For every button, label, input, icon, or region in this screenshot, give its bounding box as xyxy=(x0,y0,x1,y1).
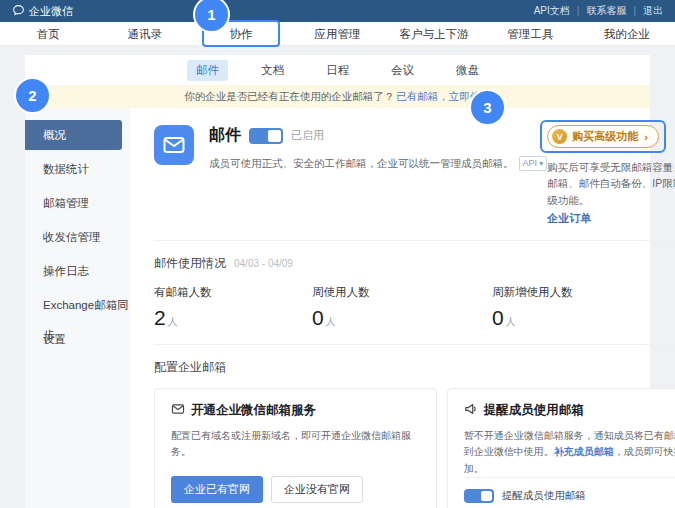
stat-label: 有邮箱人数 xyxy=(154,285,312,300)
contact-support-link[interactable]: 联系客服 xyxy=(586,4,643,18)
card-title-text: 开通企业微信邮箱服务 xyxy=(191,402,316,419)
app-logo: 企业微信 xyxy=(12,4,73,19)
sidebar-item-operation-log[interactable]: 操作日志 xyxy=(25,256,130,286)
sidebar-item-statistics[interactable]: 数据统计 xyxy=(25,154,130,184)
nav-item-collaboration-label: 协作 xyxy=(230,28,253,40)
notice-text: 你的企业是否已经有正在使用的企业邮箱了？ xyxy=(184,90,394,104)
card-body-text: 配置已有域名或注册新域名，即可开通企业微信邮箱服务。 xyxy=(171,428,420,461)
premium-column: V 购买高级功能 购买后可享受无限邮箱容量、更多业务邮箱、邮件自动备份、IP限制… xyxy=(547,120,675,226)
tab-meeting[interactable]: 会议 xyxy=(382,60,423,81)
stat-weekly-users: 周使用人数 0人 xyxy=(312,285,492,330)
nav-item-admin-tools[interactable]: 管理工具 xyxy=(482,22,578,46)
chat-bubble-icon xyxy=(12,4,25,19)
annotation-highlight-box-premium: V 购买高级功能 xyxy=(540,120,666,153)
existing-mailbox-notice: 你的企业是否已经有正在使用的企业邮箱了？ 已有邮箱，立即使用 xyxy=(25,85,650,108)
stat-unit: 人 xyxy=(168,316,178,327)
usage-period: 04/03 - 04/09 xyxy=(234,258,293,269)
mail-enabled-toggle[interactable] xyxy=(249,128,283,144)
card-open-mailbox-service: 开通企业微信邮箱服务 配置已有域名或注册新域名，即可开通企业微信邮箱服务。 企业… xyxy=(154,388,437,508)
tab-docs[interactable]: 文档 xyxy=(252,60,293,81)
divider xyxy=(154,240,675,241)
topbar-links: API文档 联系客服 退出 xyxy=(534,4,663,18)
card-title-text: 提醒成员使用邮箱 xyxy=(484,402,584,419)
nav-item-my-company[interactable]: 我的企业 xyxy=(579,22,675,46)
megaphone-icon xyxy=(464,402,478,419)
sidebar-item-settings[interactable]: 设置 xyxy=(25,324,130,354)
remind-toggle-label: 提醒成员使用邮箱 xyxy=(502,489,586,503)
supplement-member-mailbox-link[interactable]: 补充成员邮箱 xyxy=(554,446,614,457)
mail-header: 邮件 已启用 成员可使用正式、安全的工作邮箱，企业可以统一管理成员邮箱。 API… xyxy=(154,125,675,226)
annotation-step-2: 2 xyxy=(14,77,51,114)
sidebar-item-exchange-sync[interactable]: Exchange邮箱同步 xyxy=(25,290,130,320)
tab-drive[interactable]: 微盘 xyxy=(447,60,488,81)
envelope-icon xyxy=(171,402,185,419)
stat-unit: 人 xyxy=(326,316,336,327)
nav-item-contacts[interactable]: 通讯录 xyxy=(96,22,192,46)
sidebar-item-mailbox-management[interactable]: 邮箱管理 xyxy=(25,188,130,218)
page-title: 邮件 xyxy=(209,125,241,146)
buy-premium-label: 购买高级功能 xyxy=(572,129,638,144)
body-row: 概况 数据统计 邮箱管理 收发信管理 操作日志 Exchange邮箱同步 设置 … xyxy=(25,108,650,508)
config-section-title: 配置企业邮箱 xyxy=(154,359,675,376)
annotation-step-3: 3 xyxy=(469,89,506,126)
logout-link[interactable]: 退出 xyxy=(643,4,663,18)
stat-weekly-new-users: 周新增使用人数 0人 xyxy=(492,285,650,330)
sidebar-item-send-receive[interactable]: 收发信管理 xyxy=(25,222,130,252)
remind-members-toggle[interactable] xyxy=(464,489,494,503)
main-nav: 首页 通讯录 协作 应用管理 客户与上下游 管理工具 我的企业 xyxy=(0,22,675,46)
topbar: 企业微信 API文档 联系客服 退出 xyxy=(0,0,675,22)
tab-mail[interactable]: 邮件 xyxy=(187,60,228,81)
stat-value: 2 xyxy=(154,306,166,329)
stat-mailbox-users: 有邮箱人数 2人 xyxy=(154,285,312,330)
premium-v-icon: V xyxy=(552,129,567,144)
stat-unit: 人 xyxy=(506,316,516,327)
api-dropdown-badge[interactable]: API xyxy=(519,156,548,171)
card-body-text: 暂不开通企业微信邮箱服务，通知成员将已有邮箱添加到企业微信中使用。补充成员邮箱，… xyxy=(464,428,675,478)
usage-section-title: 邮件使用情况 xyxy=(154,255,226,272)
api-docs-link[interactable]: API文档 xyxy=(534,4,587,18)
nav-item-app-management[interactable]: 应用管理 xyxy=(289,22,385,46)
has-website-button[interactable]: 企业已有官网 xyxy=(171,476,263,503)
nav-item-customers[interactable]: 客户与上下游 xyxy=(386,22,482,46)
mail-overview-main: 邮件 已启用 成员可使用正式、安全的工作邮箱，企业可以统一管理成员邮箱。 API… xyxy=(130,108,675,508)
config-section: 配置企业邮箱 开通企业微信邮箱服务 配置已有域名或注册新域名，即可开通企业微信邮… xyxy=(154,359,675,508)
mail-description: 成员可使用正式、安全的工作邮箱，企业可以统一管理成员邮箱。 xyxy=(209,157,514,171)
tab-schedule[interactable]: 日程 xyxy=(317,60,358,81)
premium-perks-text: 购买后可享受无限邮箱容量、更多业务邮箱、邮件自动备份、IP限制等多项高级功能。 xyxy=(547,159,675,208)
collaboration-tabs: 邮件 文档 日程 会议 微盘 xyxy=(25,55,650,85)
buy-premium-button[interactable]: V 购买高级功能 xyxy=(547,125,659,148)
usage-section: 邮件使用情况 04/03 - 04/09 有邮箱人数 2人 周使用人数 0人 周… xyxy=(154,255,675,330)
stat-label: 周新增使用人数 xyxy=(492,285,650,300)
content-card: 邮件 文档 日程 会议 微盘 你的企业是否已经有正在使用的企业邮箱了？ 已有邮箱… xyxy=(25,55,650,508)
mail-status-label: 已启用 xyxy=(291,128,324,143)
divider xyxy=(154,344,675,345)
card-remind-members: 提醒成员使用邮箱 暂不开通企业微信邮箱服务，通知成员将已有邮箱添加到企业微信中使… xyxy=(447,388,675,508)
app-logo-text: 企业微信 xyxy=(29,4,73,19)
stat-value: 0 xyxy=(312,306,324,329)
enterprise-orders-link[interactable]: 企业订单 xyxy=(547,211,591,226)
mail-header-text: 邮件 已启用 成员可使用正式、安全的工作邮箱，企业可以统一管理成员邮箱。 API xyxy=(209,125,547,226)
no-website-button[interactable]: 企业没有官网 xyxy=(271,476,363,503)
mail-sidebar: 概况 数据统计 邮箱管理 收发信管理 操作日志 Exchange邮箱同步 设置 xyxy=(25,108,130,508)
stat-label: 周使用人数 xyxy=(312,285,492,300)
sidebar-item-overview[interactable]: 概况 xyxy=(25,120,122,150)
mail-app-icon xyxy=(154,125,194,165)
stat-value: 0 xyxy=(492,306,504,329)
nav-item-home[interactable]: 首页 xyxy=(0,22,96,46)
